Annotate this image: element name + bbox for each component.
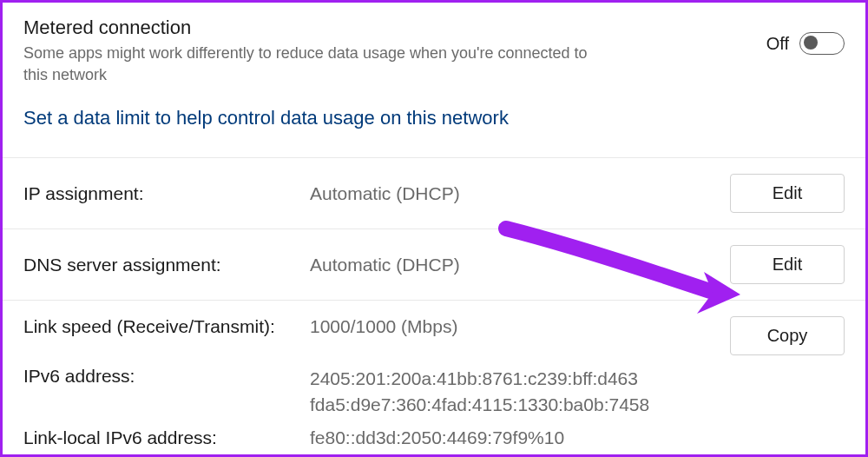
dns-edit-button[interactable]: Edit	[730, 245, 845, 284]
metered-toggle[interactable]	[799, 32, 845, 55]
metered-description: Some apps might work differently to redu…	[23, 43, 614, 86]
toggle-knob	[804, 36, 818, 50]
copy-button[interactable]: Copy	[730, 316, 845, 355]
ipv6-label: IPv6 address:	[23, 366, 310, 387]
ipv6-address-row: IPv6 address: 2405:201:200a:41bb:8761:c2…	[3, 361, 865, 422]
dns-assignment-value: Automatic (DHCP)	[310, 255, 730, 275]
ipv6-value: 2405:201:200a:41bb:8761:c239:bff:d463 fd…	[310, 366, 649, 417]
link-speed-value: 1000/1000 (Mbps)	[310, 316, 730, 337]
link-speed-label: Link speed (Receive/Transmit):	[23, 316, 310, 337]
ip-edit-button[interactable]: Edit	[730, 174, 845, 213]
ip-assignment-label: IP assignment:	[23, 183, 310, 204]
data-limit-link[interactable]: Set a data limit to help control data us…	[23, 107, 509, 129]
metered-title: Metered connection	[23, 17, 732, 39]
ip-assignment-row: IP assignment: Automatic (DHCP) Edit	[3, 157, 865, 228]
dns-assignment-row: DNS server assignment: Automatic (DHCP) …	[3, 228, 865, 300]
ip-assignment-value: Automatic (DHCP)	[310, 183, 730, 204]
network-details-section: Link speed (Receive/Transmit): 1000/1000…	[3, 300, 865, 361]
link-local-ipv6-value: fe80::dd3d:2050:4469:79f9%10	[310, 427, 845, 448]
dns-assignment-label: DNS server assignment:	[23, 255, 310, 275]
link-local-ipv6-label: Link-local IPv6 address:	[23, 427, 310, 448]
link-local-ipv6-row: Link-local IPv6 address: fe80::dd3d:2050…	[3, 422, 865, 454]
metered-connection-section: Metered connection Some apps might work …	[23, 17, 845, 86]
toggle-state-label: Off	[766, 34, 789, 54]
